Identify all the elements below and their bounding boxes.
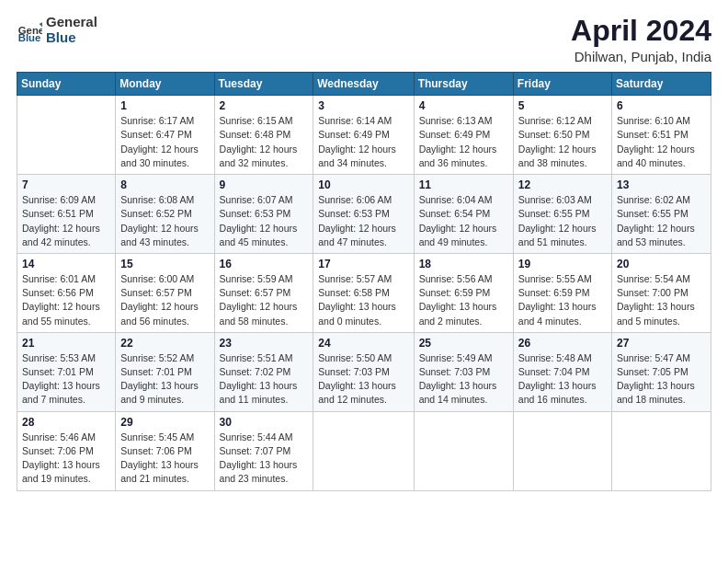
col-monday: Monday xyxy=(116,73,214,96)
day-info: Sunrise: 5:48 AM Sunset: 7:04 PM Dayligh… xyxy=(518,351,607,408)
title-block: April 2024 Dhilwan, Punjab, India xyxy=(571,15,711,64)
day-number: 11 xyxy=(419,178,508,191)
table-row: 13Sunrise: 6:02 AM Sunset: 6:55 PM Dayli… xyxy=(612,175,711,254)
day-info: Sunrise: 6:10 AM Sunset: 6:51 PM Dayligh… xyxy=(617,114,706,170)
col-saturday: Saturday xyxy=(612,73,711,96)
day-info: Sunrise: 5:55 AM Sunset: 6:59 PM Dayligh… xyxy=(518,272,607,328)
col-wednesday: Wednesday xyxy=(313,73,414,96)
calendar-week-row: 21Sunrise: 5:53 AM Sunset: 7:01 PM Dayli… xyxy=(17,332,711,411)
calendar: Sunday Monday Tuesday Wednesday Thursday… xyxy=(17,72,711,490)
table-row: 26Sunrise: 5:48 AM Sunset: 7:04 PM Dayli… xyxy=(513,332,611,411)
day-number: 24 xyxy=(318,337,408,350)
day-number: 12 xyxy=(518,178,607,191)
header: General Blue General Blue April 2024 Dhi… xyxy=(17,15,711,64)
day-info: Sunrise: 5:45 AM Sunset: 7:06 PM Dayligh… xyxy=(120,431,209,487)
table-row xyxy=(313,411,414,490)
day-number: 3 xyxy=(318,99,408,112)
logo-blue: Blue xyxy=(46,30,97,46)
table-row: 8Sunrise: 6:08 AM Sunset: 6:52 PM Daylig… xyxy=(116,175,214,254)
day-number: 20 xyxy=(617,258,706,270)
calendar-week-row: 1Sunrise: 6:17 AM Sunset: 6:47 PM Daylig… xyxy=(17,96,711,175)
table-row: 19Sunrise: 5:55 AM Sunset: 6:59 PM Dayli… xyxy=(513,253,611,332)
day-info: Sunrise: 5:49 AM Sunset: 7:03 PM Dayligh… xyxy=(419,351,508,408)
day-number: 17 xyxy=(318,258,408,270)
day-number: 27 xyxy=(617,337,706,350)
day-info: Sunrise: 5:51 AM Sunset: 7:02 PM Dayligh… xyxy=(220,351,309,408)
day-info: Sunrise: 5:53 AM Sunset: 7:01 PM Dayligh… xyxy=(22,351,110,408)
logo: General Blue General Blue xyxy=(17,15,97,45)
table-row: 14Sunrise: 6:01 AM Sunset: 6:56 PM Dayli… xyxy=(17,253,116,332)
day-number: 8 xyxy=(120,178,209,191)
table-row: 27Sunrise: 5:47 AM Sunset: 7:05 PM Dayli… xyxy=(612,332,711,411)
sub-title: Dhilwan, Punjab, India xyxy=(571,49,711,64)
day-info: Sunrise: 5:59 AM Sunset: 6:57 PM Dayligh… xyxy=(220,272,309,328)
day-number: 14 xyxy=(22,258,110,270)
table-row xyxy=(17,96,116,175)
day-info: Sunrise: 6:03 AM Sunset: 6:55 PM Dayligh… xyxy=(518,193,607,249)
day-info: Sunrise: 6:08 AM Sunset: 6:52 PM Dayligh… xyxy=(120,193,209,249)
day-number: 28 xyxy=(22,416,110,429)
table-row: 21Sunrise: 5:53 AM Sunset: 7:01 PM Dayli… xyxy=(17,332,116,411)
day-info: Sunrise: 5:46 AM Sunset: 7:06 PM Dayligh… xyxy=(22,431,110,487)
day-info: Sunrise: 5:52 AM Sunset: 7:01 PM Dayligh… xyxy=(120,351,209,408)
table-row: 25Sunrise: 5:49 AM Sunset: 7:03 PM Dayli… xyxy=(414,332,513,411)
table-row xyxy=(612,411,711,490)
logo-text: General Blue xyxy=(46,15,97,45)
day-info: Sunrise: 6:14 AM Sunset: 6:49 PM Dayligh… xyxy=(318,114,408,170)
day-info: Sunrise: 6:09 AM Sunset: 6:51 PM Dayligh… xyxy=(22,193,110,249)
table-row: 16Sunrise: 5:59 AM Sunset: 6:57 PM Dayli… xyxy=(214,253,313,332)
table-row xyxy=(414,411,513,490)
day-number: 15 xyxy=(120,258,209,270)
table-row: 22Sunrise: 5:52 AM Sunset: 7:01 PM Dayli… xyxy=(116,332,214,411)
table-row: 28Sunrise: 5:46 AM Sunset: 7:06 PM Dayli… xyxy=(17,411,116,490)
day-number: 18 xyxy=(419,258,508,270)
table-row: 15Sunrise: 6:00 AM Sunset: 6:57 PM Dayli… xyxy=(116,253,214,332)
day-number: 7 xyxy=(22,178,110,191)
table-row: 10Sunrise: 6:06 AM Sunset: 6:53 PM Dayli… xyxy=(313,175,414,254)
day-number: 16 xyxy=(220,258,309,270)
table-row: 11Sunrise: 6:04 AM Sunset: 6:54 PM Dayli… xyxy=(414,175,513,254)
day-number: 26 xyxy=(518,337,607,350)
day-number: 13 xyxy=(617,178,706,191)
day-info: Sunrise: 6:00 AM Sunset: 6:57 PM Dayligh… xyxy=(120,272,209,328)
day-number: 22 xyxy=(120,337,209,350)
table-row: 30Sunrise: 5:44 AM Sunset: 7:07 PM Dayli… xyxy=(214,411,313,490)
table-row: 4Sunrise: 6:13 AM Sunset: 6:49 PM Daylig… xyxy=(414,96,513,175)
day-info: Sunrise: 6:12 AM Sunset: 6:50 PM Dayligh… xyxy=(518,114,607,170)
day-info: Sunrise: 6:17 AM Sunset: 6:47 PM Dayligh… xyxy=(120,114,209,170)
table-row: 1Sunrise: 6:17 AM Sunset: 6:47 PM Daylig… xyxy=(116,96,214,175)
day-info: Sunrise: 6:06 AM Sunset: 6:53 PM Dayligh… xyxy=(318,193,408,249)
table-row: 29Sunrise: 5:45 AM Sunset: 7:06 PM Dayli… xyxy=(116,411,214,490)
logo-general: General xyxy=(46,15,97,30)
day-number: 5 xyxy=(518,99,607,112)
day-number: 4 xyxy=(419,99,508,112)
col-thursday: Thursday xyxy=(414,73,513,96)
table-row: 2Sunrise: 6:15 AM Sunset: 6:48 PM Daylig… xyxy=(214,96,313,175)
table-row: 5Sunrise: 6:12 AM Sunset: 6:50 PM Daylig… xyxy=(513,96,611,175)
day-number: 1 xyxy=(120,99,209,112)
calendar-header-row: Sunday Monday Tuesday Wednesday Thursday… xyxy=(17,73,711,96)
day-info: Sunrise: 5:57 AM Sunset: 6:58 PM Dayligh… xyxy=(318,272,408,328)
logo-icon: General Blue xyxy=(17,17,42,43)
day-number: 6 xyxy=(617,99,706,112)
day-info: Sunrise: 5:50 AM Sunset: 7:03 PM Dayligh… xyxy=(318,351,408,408)
day-info: Sunrise: 6:02 AM Sunset: 6:55 PM Dayligh… xyxy=(617,193,706,249)
table-row: 6Sunrise: 6:10 AM Sunset: 6:51 PM Daylig… xyxy=(612,96,711,175)
day-info: Sunrise: 6:04 AM Sunset: 6:54 PM Dayligh… xyxy=(419,193,508,249)
col-tuesday: Tuesday xyxy=(214,73,313,96)
day-info: Sunrise: 5:54 AM Sunset: 7:00 PM Dayligh… xyxy=(617,272,706,328)
day-info: Sunrise: 5:44 AM Sunset: 7:07 PM Dayligh… xyxy=(220,431,309,487)
day-number: 29 xyxy=(120,416,209,429)
day-number: 30 xyxy=(220,416,309,429)
day-number: 2 xyxy=(220,99,309,112)
day-number: 25 xyxy=(419,337,508,350)
day-number: 21 xyxy=(22,337,110,350)
table-row: 18Sunrise: 5:56 AM Sunset: 6:59 PM Dayli… xyxy=(414,253,513,332)
day-info: Sunrise: 5:47 AM Sunset: 7:05 PM Dayligh… xyxy=(617,351,706,408)
day-info: Sunrise: 6:13 AM Sunset: 6:49 PM Dayligh… xyxy=(419,114,508,170)
calendar-week-row: 28Sunrise: 5:46 AM Sunset: 7:06 PM Dayli… xyxy=(17,411,711,490)
page: General Blue General Blue April 2024 Dhi… xyxy=(0,0,728,563)
svg-text:Blue: Blue xyxy=(18,32,41,43)
table-row: 3Sunrise: 6:14 AM Sunset: 6:49 PM Daylig… xyxy=(313,96,414,175)
day-info: Sunrise: 6:01 AM Sunset: 6:56 PM Dayligh… xyxy=(22,272,110,328)
